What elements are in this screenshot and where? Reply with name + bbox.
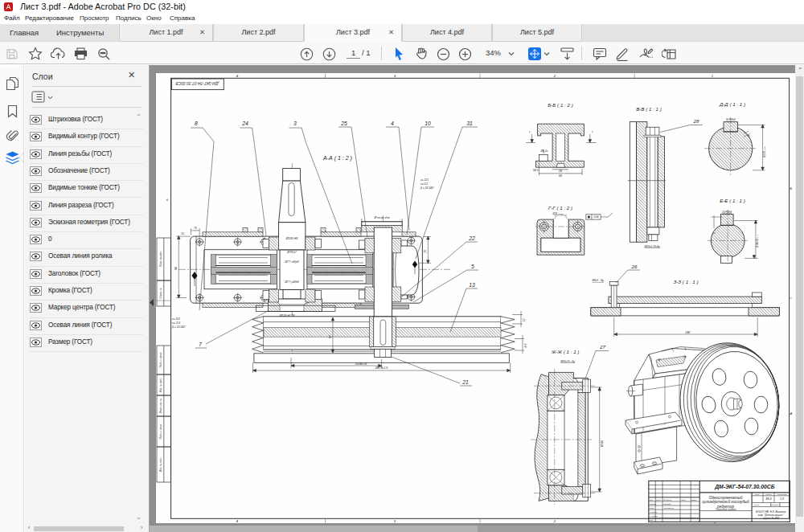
svg-text:Подп. и дата: Подп. и дата xyxy=(159,352,162,367)
svg-text:4: 4 xyxy=(236,519,239,523)
svg-text:№ докум.: № докум. xyxy=(663,499,672,501)
svg-text:8: 8 xyxy=(195,121,198,126)
svg-text:Изм: Изм xyxy=(650,499,654,501)
svg-text:88,9: 88,9 xyxy=(766,497,772,501)
svg-text:Е-Е ( 1 : 1 ): Е-Е ( 1 : 1 ) xyxy=(720,198,745,203)
svg-text:Лит.: Лит. xyxy=(754,493,760,496)
svg-text:Ø по.м.н/пв: Ø по.м.н/пв xyxy=(373,216,389,219)
svg-text:каф. "Детали машин": каф. "Детали машин" xyxy=(758,514,785,517)
svg-text:Подп. и дата: Подп. и дата xyxy=(159,424,162,439)
svg-text:3: 3 xyxy=(293,121,297,126)
svg-text:Разраб.: Разраб. xyxy=(650,503,657,505)
svg-text:12: 12 xyxy=(523,319,526,322)
svg-text:Ø78 k7: Ø78 k7 xyxy=(286,251,297,254)
svg-text:Пров.: Пров. xyxy=(650,507,655,509)
svg-text:Ж-Ж ( 1 : 1 ): Ж-Ж ( 1 : 1 ) xyxy=(551,349,580,354)
svg-text:Перв. примен.: Перв. примен. xyxy=(159,251,162,267)
svg-text:ДМ-ЭКГ-54-07.30.00СБ: ДМ-ЭКГ-54-07.30.00СБ xyxy=(175,81,219,86)
svg-text:Г: Г xyxy=(592,131,594,134)
svg-text:β = 10,142°: β = 10,142° xyxy=(171,325,187,329)
svg-text:z= 101: z= 101 xyxy=(171,317,180,321)
svg-text:24: 24 xyxy=(558,170,562,173)
svg-text:28: 28 xyxy=(693,118,699,124)
svg-text:z= 121: z= 121 xyxy=(420,178,429,182)
svg-text:Ø140: Ø140 xyxy=(601,440,604,448)
svg-text:β = 10,142°: β = 10,142° xyxy=(420,186,435,190)
svg-text:1:2: 1:2 xyxy=(780,497,784,501)
svg-text:Иванова: Иванова xyxy=(663,503,671,505)
svg-text:цилиндрический косозубый: цилиндрический косозубый xyxy=(702,499,749,504)
svg-text:Ø16+0.003: Ø16+0.003 xyxy=(552,212,564,215)
svg-text:x= 0,2: x= 0,2 xyxy=(420,182,428,186)
svg-text:Масштаб: Масштаб xyxy=(777,493,787,496)
svg-text:Одноступенчатый: Одноступенчатый xyxy=(709,495,743,500)
svg-text:14,5: 14,5 xyxy=(533,169,539,172)
svg-text:2: 2 xyxy=(553,74,556,78)
svg-text:Дата: Дата xyxy=(691,499,697,501)
svg-text:15: 15 xyxy=(424,250,427,253)
svg-text:ДМ-ЭКГ-54-07.30.00СБ: ДМ-ЭКГ-54-07.30.00СБ xyxy=(714,484,775,490)
svg-text:4: 4 xyxy=(391,121,394,126)
svg-text:Взам. инв. №: Взам. инв. № xyxy=(159,398,162,413)
svg-text:Инв. № дубл.: Инв. № дубл. xyxy=(159,378,162,393)
svg-text:Ø5,2х: Ø5,2х xyxy=(539,149,548,153)
svg-text:21: 21 xyxy=(461,379,469,385)
svg-text:7: 7 xyxy=(199,342,202,347)
svg-text:x= -0,3: x= -0,3 xyxy=(171,321,180,325)
svg-text:В-В ( 1 : 1 ): В-В ( 1 : 1 ) xyxy=(636,106,662,112)
svg-text:98: 98 xyxy=(174,267,178,270)
svg-text:группа Зк-418: группа Зк-418 xyxy=(763,517,780,520)
svg-text:М10х1,25-6g: М10х1,25-6g xyxy=(644,245,659,248)
svg-text:5: 5 xyxy=(471,264,474,269)
svg-text:26: 26 xyxy=(631,264,638,269)
svg-text:22: 22 xyxy=(468,235,475,241)
svg-text:Ø105 Н8: Ø105 Н8 xyxy=(285,237,297,240)
svg-text:1: 1 xyxy=(712,74,713,78)
svg-text:89: 89 xyxy=(559,174,562,178)
svg-text:Лист: Лист xyxy=(753,504,759,506)
svg-text:4: 4 xyxy=(236,74,239,78)
svg-text:Г: Г xyxy=(529,131,531,134)
svg-text:Б: Б xyxy=(790,186,792,190)
svg-text:10 Р9/h9: 10 Р9/h9 xyxy=(722,211,732,214)
svg-text:Ø77 е8/р8: Ø77 е8/р8 xyxy=(285,260,299,264)
svg-text:3: 3 xyxy=(394,519,396,523)
svg-text:Ø77 р8/h8: Ø77 р8/h8 xyxy=(285,280,299,284)
svg-text:Листов 1: Листов 1 xyxy=(769,504,780,506)
svg-text:31: 31 xyxy=(466,121,473,126)
svg-text:Н. контр.: Н. контр. xyxy=(650,515,658,518)
svg-text:2х24±1.46: 2х24±1.46 xyxy=(355,362,367,366)
svg-text:Б-Б ( 1 : 2 ): Б-Б ( 1 : 2 ) xyxy=(548,102,572,108)
svg-text:Инв. № подл.: Инв. № подл. xyxy=(159,457,162,473)
svg-text:Д-Д ( 1 : 1 ): Д-Д ( 1 : 1 ) xyxy=(719,101,745,107)
svg-text:2: 2 xyxy=(553,519,556,523)
svg-text:б: б xyxy=(166,198,169,202)
svg-text:Т. контр.: Т. контр. xyxy=(650,511,658,514)
svg-text:25: 25 xyxy=(340,121,347,126)
svg-text:Г-Г ( 1 : 2 ): Г-Г ( 1 : 2 ) xyxy=(548,205,572,211)
svg-text:М10х15 - 6g: М10х15 - 6g xyxy=(560,360,575,363)
svg-text:Чернавский: Чернавский xyxy=(663,507,675,509)
svg-text:М6х1 - 6g: М6х1 - 6g xyxy=(593,279,604,282)
svg-text:13: 13 xyxy=(469,282,475,288)
svg-text:Ø678±1.15: Ø678±1.15 xyxy=(375,366,388,370)
svg-text:16 Р9/h9: 16 Р9/h9 xyxy=(726,118,736,121)
svg-text:27: 27 xyxy=(599,344,605,350)
svg-text:10: 10 xyxy=(747,134,751,138)
svg-text:10: 10 xyxy=(425,121,431,126)
svg-text:24: 24 xyxy=(241,121,248,126)
svg-text:8.5: 8.5 xyxy=(524,344,527,348)
svg-text:Подп.: Подп. xyxy=(681,499,687,501)
svg-text:Лист: Лист xyxy=(655,499,661,501)
svg-text:Ø125 Н7/f9: Ø125 Н7/f9 xyxy=(279,314,294,317)
svg-text:198: 198 xyxy=(685,331,690,334)
svg-text:Справ. №: Справ. № xyxy=(159,287,162,298)
svg-text:75: 75 xyxy=(194,227,197,230)
svg-text:Масса: Масса xyxy=(765,493,772,496)
svg-text:3: 3 xyxy=(394,74,396,78)
svg-text:0,04: 0,04 xyxy=(594,215,599,219)
svg-text:Ø178-0.008: Ø178-0.008 xyxy=(763,145,766,158)
svg-text:Утв.: Утв. xyxy=(650,519,654,522)
svg-text:З-З ( 1 : 1 ): З-З ( 1 : 1 ) xyxy=(674,279,699,284)
svg-text:Ø 44,58-0.25: Ø 44,58-0.25 xyxy=(756,234,759,248)
